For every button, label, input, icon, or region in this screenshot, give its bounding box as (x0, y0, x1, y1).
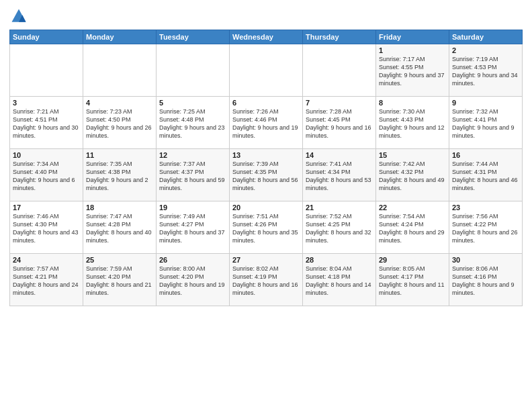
day-number: 8 (379, 99, 446, 107)
day-info: Sunrise: 8:06 AM Sunset: 4:16 PM Dayligh… (452, 265, 519, 298)
day-info: Sunrise: 7:47 AM Sunset: 4:28 PM Dayligh… (86, 212, 153, 245)
calendar-cell: 20Sunrise: 7:51 AM Sunset: 4:26 PM Dayli… (230, 201, 303, 254)
calendar-day-header: Thursday (303, 30, 376, 44)
calendar-cell: 26Sunrise: 8:00 AM Sunset: 4:20 PM Dayli… (157, 254, 230, 306)
calendar-cell (157, 44, 230, 97)
day-number: 17 (13, 203, 80, 212)
day-info: Sunrise: 8:02 AM Sunset: 4:19 PM Dayligh… (232, 265, 300, 298)
day-info: Sunrise: 8:00 AM Sunset: 4:20 PM Dayligh… (159, 265, 226, 298)
day-number: 4 (86, 99, 153, 107)
calendar-cell: 23Sunrise: 7:56 AM Sunset: 4:22 PM Dayli… (449, 201, 523, 254)
day-info: Sunrise: 7:37 AM Sunset: 4:37 PM Dayligh… (159, 160, 226, 193)
page: SundayMondayTuesdayWednesdayThursdayFrid… (0, 0, 532, 411)
day-info: Sunrise: 7:54 AM Sunset: 4:24 PM Dayligh… (379, 212, 446, 245)
calendar-cell (83, 44, 157, 97)
calendar-cell: 17Sunrise: 7:46 AM Sunset: 4:30 PM Dayli… (10, 201, 83, 254)
calendar-cell: 18Sunrise: 7:47 AM Sunset: 4:28 PM Dayli… (83, 201, 157, 254)
day-info: Sunrise: 7:46 AM Sunset: 4:30 PM Dayligh… (13, 212, 80, 245)
calendar-cell: 22Sunrise: 7:54 AM Sunset: 4:24 PM Dayli… (376, 201, 449, 254)
day-number: 20 (232, 203, 300, 212)
calendar-cell: 8Sunrise: 7:30 AM Sunset: 4:43 PM Daylig… (376, 97, 449, 149)
day-info: Sunrise: 7:35 AM Sunset: 4:38 PM Dayligh… (86, 160, 153, 193)
calendar-cell: 15Sunrise: 7:42 AM Sunset: 4:32 PM Dayli… (376, 149, 449, 201)
calendar-week-row: 17Sunrise: 7:46 AM Sunset: 4:30 PM Dayli… (10, 201, 523, 254)
day-info: Sunrise: 7:25 AM Sunset: 4:48 PM Dayligh… (159, 107, 226, 140)
header (9, 7, 523, 26)
day-number: 9 (452, 99, 519, 107)
day-number: 21 (306, 203, 373, 212)
day-info: Sunrise: 7:26 AM Sunset: 4:46 PM Dayligh… (232, 107, 300, 140)
day-info: Sunrise: 7:28 AM Sunset: 4:45 PM Dayligh… (306, 107, 373, 140)
day-number: 23 (452, 203, 519, 212)
calendar-cell: 25Sunrise: 7:59 AM Sunset: 4:20 PM Dayli… (83, 254, 157, 306)
calendar-cell: 29Sunrise: 8:05 AM Sunset: 4:17 PM Dayli… (376, 254, 449, 306)
day-info: Sunrise: 8:04 AM Sunset: 4:18 PM Dayligh… (306, 265, 373, 298)
day-number: 25 (86, 256, 153, 264)
calendar-day-header: Friday (376, 30, 449, 44)
day-number: 2 (452, 46, 519, 54)
calendar-cell: 4Sunrise: 7:23 AM Sunset: 4:50 PM Daylig… (83, 97, 157, 149)
day-info: Sunrise: 7:41 AM Sunset: 4:34 PM Dayligh… (306, 160, 373, 193)
day-number: 29 (379, 256, 446, 264)
calendar-cell: 5Sunrise: 7:25 AM Sunset: 4:48 PM Daylig… (157, 97, 230, 149)
day-number: 22 (379, 203, 446, 212)
day-info: Sunrise: 7:57 AM Sunset: 4:21 PM Dayligh… (13, 265, 80, 298)
logo (9, 7, 31, 26)
calendar-day-header: Monday (83, 30, 157, 44)
day-number: 7 (306, 99, 373, 107)
calendar-cell (303, 44, 376, 97)
day-number: 16 (452, 151, 519, 159)
day-number: 18 (86, 203, 153, 212)
calendar-day-header: Saturday (449, 30, 523, 44)
day-number: 10 (13, 151, 80, 159)
calendar-cell (10, 44, 83, 97)
day-number: 5 (159, 99, 226, 107)
day-info: Sunrise: 7:44 AM Sunset: 4:31 PM Dayligh… (452, 160, 519, 193)
day-info: Sunrise: 7:21 AM Sunset: 4:51 PM Dayligh… (13, 107, 80, 140)
calendar-cell: 19Sunrise: 7:49 AM Sunset: 4:27 PM Dayli… (157, 201, 230, 254)
calendar-cell: 28Sunrise: 8:04 AM Sunset: 4:18 PM Dayli… (303, 254, 376, 306)
calendar-cell: 27Sunrise: 8:02 AM Sunset: 4:19 PM Dayli… (230, 254, 303, 306)
calendar-cell: 10Sunrise: 7:34 AM Sunset: 4:40 PM Dayli… (10, 149, 83, 201)
day-number: 13 (232, 151, 300, 159)
calendar-cell: 21Sunrise: 7:52 AM Sunset: 4:25 PM Dayli… (303, 201, 376, 254)
day-info: Sunrise: 7:42 AM Sunset: 4:32 PM Dayligh… (379, 160, 446, 193)
day-number: 6 (232, 99, 300, 107)
day-number: 14 (306, 151, 373, 159)
day-info: Sunrise: 8:05 AM Sunset: 4:17 PM Dayligh… (379, 265, 446, 298)
calendar-cell: 9Sunrise: 7:32 AM Sunset: 4:41 PM Daylig… (449, 97, 523, 149)
day-number: 11 (86, 151, 153, 159)
calendar-cell: 24Sunrise: 7:57 AM Sunset: 4:21 PM Dayli… (10, 254, 83, 306)
calendar-cell: 6Sunrise: 7:26 AM Sunset: 4:46 PM Daylig… (230, 97, 303, 149)
calendar-cell: 3Sunrise: 7:21 AM Sunset: 4:51 PM Daylig… (10, 97, 83, 149)
calendar-header-row: SundayMondayTuesdayWednesdayThursdayFrid… (10, 30, 523, 44)
calendar-cell: 2Sunrise: 7:19 AM Sunset: 4:53 PM Daylig… (449, 44, 523, 97)
calendar-cell: 30Sunrise: 8:06 AM Sunset: 4:16 PM Dayli… (449, 254, 523, 306)
day-info: Sunrise: 7:51 AM Sunset: 4:26 PM Dayligh… (232, 212, 300, 245)
day-info: Sunrise: 7:59 AM Sunset: 4:20 PM Dayligh… (86, 265, 153, 298)
day-number: 24 (13, 256, 80, 264)
calendar-cell: 12Sunrise: 7:37 AM Sunset: 4:37 PM Dayli… (157, 149, 230, 201)
calendar-cell: 7Sunrise: 7:28 AM Sunset: 4:45 PM Daylig… (303, 97, 376, 149)
day-info: Sunrise: 7:49 AM Sunset: 4:27 PM Dayligh… (159, 212, 226, 245)
day-number: 26 (159, 256, 226, 264)
calendar-cell: 13Sunrise: 7:39 AM Sunset: 4:35 PM Dayli… (230, 149, 303, 201)
day-info: Sunrise: 7:52 AM Sunset: 4:25 PM Dayligh… (306, 212, 373, 245)
day-number: 3 (13, 99, 80, 107)
day-number: 12 (159, 151, 226, 159)
day-info: Sunrise: 7:23 AM Sunset: 4:50 PM Dayligh… (86, 107, 153, 140)
calendar-day-header: Wednesday (230, 30, 303, 44)
day-info: Sunrise: 7:34 AM Sunset: 4:40 PM Dayligh… (13, 160, 80, 193)
calendar-cell: 14Sunrise: 7:41 AM Sunset: 4:34 PM Dayli… (303, 149, 376, 201)
calendar-cell: 1Sunrise: 7:17 AM Sunset: 4:55 PM Daylig… (376, 44, 449, 97)
day-number: 15 (379, 151, 446, 159)
day-info: Sunrise: 7:30 AM Sunset: 4:43 PM Dayligh… (379, 107, 446, 140)
calendar-table: SundayMondayTuesdayWednesdayThursdayFrid… (9, 30, 523, 306)
day-number: 30 (452, 256, 519, 264)
day-number: 19 (159, 203, 226, 212)
calendar-day-header: Sunday (10, 30, 83, 44)
day-info: Sunrise: 7:17 AM Sunset: 4:55 PM Dayligh… (379, 55, 446, 88)
calendar-week-row: 10Sunrise: 7:34 AM Sunset: 4:40 PM Dayli… (10, 149, 523, 201)
calendar-week-row: 3Sunrise: 7:21 AM Sunset: 4:51 PM Daylig… (10, 97, 523, 149)
day-number: 27 (232, 256, 300, 264)
